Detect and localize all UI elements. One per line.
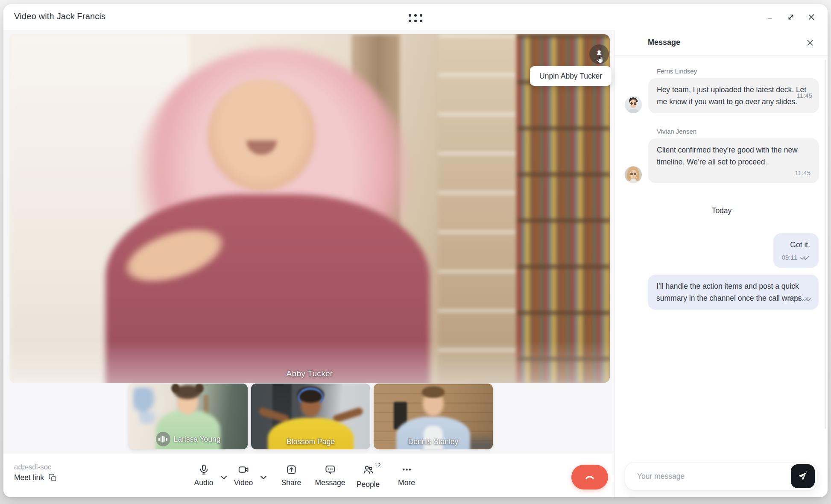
message-outgoing: Got it. 09:11: [625, 233, 819, 268]
chat-bubble-icon: [626, 37, 643, 48]
meet-link-label[interactable]: Meet link: [14, 473, 44, 482]
chevron-down-icon: [220, 475, 228, 480]
drag-handle-icon[interactable]: [409, 14, 422, 22]
message-panel-header: Message: [614, 30, 828, 56]
message-input-container: [625, 462, 817, 490]
video-options-chevron[interactable]: [260, 475, 267, 480]
window-title: Video with Jack Francis: [14, 12, 105, 21]
date-divider: Today: [625, 206, 819, 215]
message-time: 09:11: [782, 252, 797, 264]
read-receipt-icon: [800, 255, 810, 261]
thumbnail-name: Larissa Young: [174, 435, 221, 444]
meeting-code: adp-sdi-soc: [14, 463, 57, 471]
minimize-button[interactable]: [764, 10, 777, 24]
chevron-down-icon: [260, 475, 267, 480]
thumbnail-larissa-young[interactable]: Larissa Young: [129, 384, 248, 449]
send-message-button[interactable]: [791, 464, 815, 488]
window-controls: [764, 10, 818, 24]
main-video-feed: [9, 34, 610, 383]
microphone-icon: [198, 464, 210, 475]
people-button[interactable]: 12 People: [354, 464, 382, 489]
message-input[interactable]: [637, 472, 791, 481]
more-button[interactable]: More: [393, 464, 420, 487]
titlebar: Video with Jack Francis: [3, 4, 828, 30]
thumbnail-name: Dennis Stanley: [408, 437, 459, 446]
message-button[interactable]: Message: [316, 464, 344, 487]
more-dots-icon: [401, 464, 413, 475]
unpin-button[interactable]: [589, 44, 609, 64]
message-time: 11:45: [797, 90, 812, 102]
video-button[interactable]: Video: [230, 464, 257, 487]
message-bubble: Got it. 09:11: [773, 233, 819, 268]
desktop-background: Video with Jack Francis: [0, 0, 831, 504]
message-time: 14:25: [784, 293, 800, 305]
message-time: 11:45: [657, 167, 811, 179]
participant-thumbnails: Larissa Young Blossom Page Dennis Stanle…: [129, 384, 493, 449]
thumbnail-blossom-page[interactable]: Blossom Page: [251, 384, 370, 449]
avatar-ferris-lindsey: [625, 96, 642, 113]
share-screen-icon: [286, 464, 297, 475]
people-icon: [363, 464, 374, 475]
expand-button[interactable]: [784, 10, 798, 24]
close-icon: [805, 38, 815, 47]
video-call-window: Video with Jack Francis: [3, 4, 828, 497]
message-list: Ferris Lindsey Hey team, I just uploaded…: [614, 56, 823, 433]
speaking-indicator-icon: [156, 432, 170, 446]
audio-options-chevron[interactable]: [220, 475, 228, 480]
thumbnail-name: Blossom Page: [287, 437, 335, 446]
read-receipt-icon: [802, 296, 813, 302]
message-panel: Message Ferris Lindsey Hey team, I just …: [614, 30, 828, 497]
camera-icon: [238, 464, 249, 475]
close-window-button[interactable]: [805, 10, 818, 24]
main-participant-name: Abby Tucker: [287, 369, 333, 378]
chat-scrollbar[interactable]: [825, 60, 826, 429]
message-incoming: Vivian Jensen Client confirmed they’re g…: [625, 128, 819, 183]
video-stage: Abby Tucker Unpin Abby Tucker: [3, 30, 614, 454]
copy-icon: [48, 473, 57, 482]
participant-count-badge: 12: [374, 462, 380, 469]
hand-cursor: [594, 54, 606, 65]
send-icon: [797, 471, 808, 482]
close-panel-button[interactable]: [804, 36, 816, 49]
chat-bubble-icon: [325, 464, 336, 475]
sender-name: Vivian Jensen: [657, 128, 819, 135]
share-button[interactable]: Share: [278, 464, 305, 487]
unpin-tooltip: Unpin Abby Tucker: [530, 66, 612, 86]
message-bubble: Hey team, I just uploaded the latest dec…: [648, 78, 819, 113]
message-bubble: Client confirmed they’re good with the n…: [648, 138, 819, 183]
message-bubble: I’ll handle the action items and post a …: [648, 275, 819, 310]
copy-link-button[interactable]: [48, 473, 57, 482]
message-panel-title: Message: [648, 38, 680, 47]
main-video-tile: Abby Tucker Unpin Abby Tucker: [9, 34, 610, 383]
sender-name: Ferris Lindsey: [657, 67, 819, 75]
message-outgoing: I’ll handle the action items and post a …: [625, 275, 819, 310]
call-toolbar: adp-sdi-soc Meet link: [3, 454, 614, 497]
audio-button[interactable]: Audio: [190, 464, 217, 487]
avatar-vivian-jensen: [625, 166, 642, 183]
message-incoming: Ferris Lindsey Hey team, I just uploaded…: [625, 67, 819, 113]
meeting-info: adp-sdi-soc Meet link: [14, 463, 57, 482]
end-call-button[interactable]: [571, 465, 608, 489]
thumbnail-dennis-stanley[interactable]: Dennis Stanley: [374, 384, 493, 449]
hang-up-icon: [582, 472, 597, 482]
